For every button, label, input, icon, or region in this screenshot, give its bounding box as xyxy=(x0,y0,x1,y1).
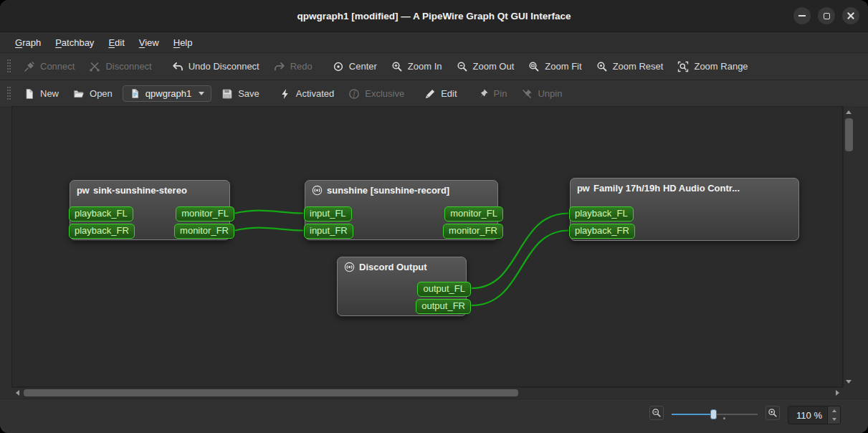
zoom-slider-fill xyxy=(672,414,713,415)
port-playback-fr[interactable]: playback_FR xyxy=(569,224,635,239)
unpin-button[interactable]: Unpin xyxy=(514,85,569,103)
node-header[interactable]: Discord Output xyxy=(338,257,466,274)
zoom-percent-value[interactable]: 110 % xyxy=(788,406,827,424)
horizontal-scrollbar[interactable] xyxy=(11,387,843,399)
node-title: sunshine [sunshine-record] xyxy=(327,185,449,196)
new-patchbay-button[interactable]: New xyxy=(16,85,66,103)
port-input-fr[interactable]: input_FR xyxy=(304,224,353,239)
port-playback-fl[interactable]: playback_FL xyxy=(569,206,634,222)
app-window: qpwgraph1 [modified] — A PipeWire Graph … xyxy=(0,0,868,433)
node-family-hd-audio[interactable]: pw Family 17h/19h HD Audio Contr... play… xyxy=(570,178,799,241)
edit-pencil-icon xyxy=(424,88,436,100)
menu-view[interactable]: View xyxy=(133,34,166,51)
zoom-range-icon xyxy=(677,61,689,72)
node-header[interactable]: pw Family 17h/19h HD Audio Contr... xyxy=(571,179,798,195)
save-patchbay-button[interactable]: Save xyxy=(214,85,267,103)
node-header[interactable]: sunshine [sunshine-record] xyxy=(305,181,497,197)
graph-toolbar: Connect Disconnect Undo Disconnect Redo … xyxy=(0,53,868,80)
node-sunshine-record[interactable]: sunshine [sunshine-record] input_FL inpu… xyxy=(305,180,498,240)
zoom-slider[interactable] xyxy=(672,408,758,421)
redo-button[interactable]: Redo xyxy=(267,57,320,76)
open-folder-icon xyxy=(73,88,85,100)
pipewire-icon: pw xyxy=(77,185,89,196)
maximize-icon xyxy=(824,13,830,19)
open-patchbay-button[interactable]: Open xyxy=(66,85,120,103)
zoom-range-button[interactable]: Zoom Range xyxy=(670,57,755,76)
node-title: Family 17h/19h HD Audio Contr... xyxy=(593,183,740,194)
connection-wire[interactable] xyxy=(235,211,303,214)
zoom-reset-button[interactable]: Zoom Reset xyxy=(589,57,671,76)
menu-graph[interactable]: Graph xyxy=(9,34,47,51)
pipewire-icon: pw xyxy=(577,183,589,194)
connection-wire[interactable] xyxy=(235,228,303,231)
vertical-scroll-thumb[interactable] xyxy=(845,118,853,151)
center-icon xyxy=(333,61,344,72)
statusbar-zoom-in-button[interactable] xyxy=(766,406,780,420)
port-output-fl[interactable]: output_FL xyxy=(417,282,471,297)
connect-button[interactable]: Connect xyxy=(16,57,82,76)
port-input-fl[interactable]: input_FL xyxy=(304,206,352,222)
patchbay-file-icon xyxy=(130,88,140,99)
disconnect-button[interactable]: Disconnect xyxy=(82,57,158,76)
node-title: sink-sunshine-stereo xyxy=(93,185,187,196)
arrow-right-icon xyxy=(836,390,839,396)
menu-edit[interactable]: Edit xyxy=(102,34,130,51)
port-playback-fr[interactable]: playback_FR xyxy=(69,224,135,239)
node-title: Discord Output xyxy=(359,262,427,272)
menu-help[interactable]: Help xyxy=(167,34,199,51)
connect-icon xyxy=(24,61,35,72)
maximize-button[interactable] xyxy=(818,7,835,24)
scroll-up-arrow[interactable] xyxy=(843,106,854,118)
vertical-scrollbar[interactable] xyxy=(843,106,855,387)
minimize-button[interactable] xyxy=(793,7,811,24)
port-monitor-fr[interactable]: monitor_FR xyxy=(174,224,234,239)
window-controls xyxy=(793,7,859,24)
center-button[interactable]: Center xyxy=(325,57,384,76)
scroll-right-arrow[interactable] xyxy=(831,387,843,399)
zoom-in-button[interactable]: Zoom In xyxy=(384,57,449,76)
window-title: qpwgraph1 [modified] — A PipeWire Graph … xyxy=(297,11,571,22)
activated-toggle[interactable]: Activated xyxy=(272,85,341,103)
pin-icon xyxy=(477,88,489,100)
zoom-reset-icon xyxy=(596,61,608,72)
node-discord-output[interactable]: Discord Output output_FL output_FR xyxy=(337,257,467,316)
activated-icon xyxy=(280,88,291,100)
media-node-icon xyxy=(344,262,355,272)
zoom-out-button[interactable]: Zoom Out xyxy=(449,57,522,76)
graph-canvas[interactable]: pw sink-sunshine-stereo playback_FL play… xyxy=(11,106,843,387)
connection-wire[interactable] xyxy=(472,231,568,306)
port-playback-fl[interactable]: playback_FL xyxy=(69,206,133,222)
zoom-slider-handle[interactable] xyxy=(710,409,717,419)
zoom-in-icon xyxy=(768,408,778,418)
scroll-left-arrow[interactable] xyxy=(11,387,23,399)
close-icon xyxy=(846,11,855,20)
titlebar[interactable]: qpwgraph1 [modified] — A PipeWire Graph … xyxy=(0,0,868,32)
spin-up-button[interactable] xyxy=(828,406,840,415)
zoom-fit-button[interactable]: Zoom Fit xyxy=(521,57,588,76)
pin-button[interactable]: Pin xyxy=(470,85,515,103)
statusbar-zoom-out-button[interactable] xyxy=(649,406,664,420)
toolbar-drag-handle[interactable] xyxy=(7,60,11,74)
edit-button[interactable]: Edit xyxy=(417,85,464,103)
zoom-out-icon xyxy=(457,61,468,72)
close-button[interactable] xyxy=(842,7,859,24)
patchbay-selector[interactable]: qpwgraph1 xyxy=(123,85,211,102)
exclusive-toggle[interactable]: f Exclusive xyxy=(341,85,411,103)
node-sink-sunshine-stereo[interactable]: pw sink-sunshine-stereo playback_FL play… xyxy=(70,180,230,240)
port-monitor-fl[interactable]: monitor_FL xyxy=(176,206,234,222)
scroll-down-arrow[interactable] xyxy=(843,376,854,387)
menu-patchbay[interactable]: Patchbay xyxy=(49,34,100,51)
horizontal-scroll-thumb[interactable] xyxy=(24,389,518,396)
disconnect-icon xyxy=(89,61,100,72)
toolbar-drag-handle[interactable] xyxy=(7,87,11,101)
zoom-percent-spinbox[interactable]: 110 % xyxy=(788,406,841,424)
node-header[interactable]: pw sink-sunshine-stereo xyxy=(70,181,229,197)
save-icon xyxy=(221,88,233,100)
statusbar: 110 % xyxy=(0,399,868,433)
undo-disconnect-button[interactable]: Undo Disconnect xyxy=(165,57,267,76)
port-monitor-fl[interactable]: monitor_FL xyxy=(444,206,503,222)
port-output-fr[interactable]: output_FR xyxy=(416,299,471,314)
spin-down-button[interactable] xyxy=(828,415,840,424)
port-monitor-fr[interactable]: monitor_FR xyxy=(443,224,503,239)
zoom-fit-icon xyxy=(528,61,540,72)
